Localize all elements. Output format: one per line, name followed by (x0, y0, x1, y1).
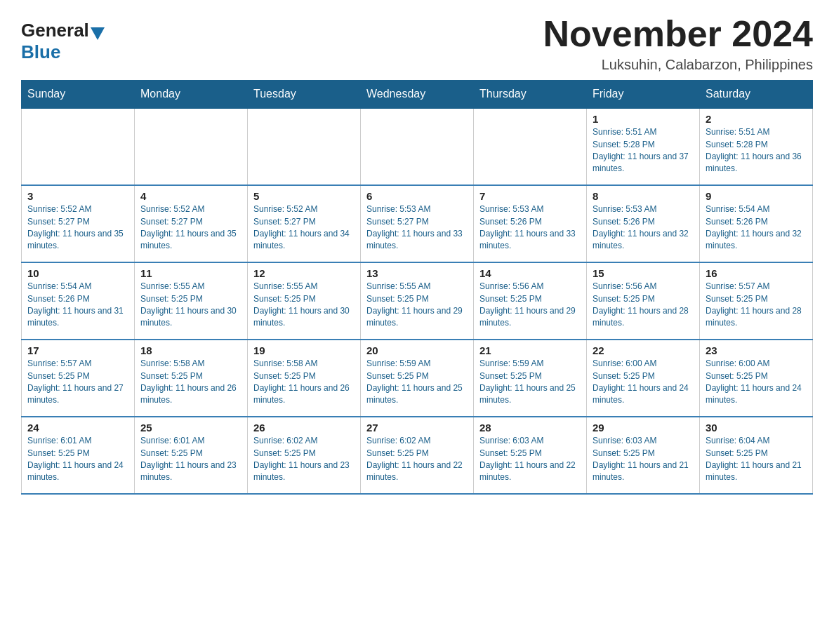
day-number: 18 (140, 344, 241, 356)
calendar-cell: 19Sunrise: 5:58 AMSunset: 5:25 PMDayligh… (248, 340, 361, 417)
day-number: 27 (366, 422, 468, 434)
sun-info: Sunrise: 5:54 AMSunset: 5:26 PMDaylight:… (27, 281, 128, 330)
day-number: 3 (27, 190, 128, 202)
calendar-cell: 14Sunrise: 5:56 AMSunset: 5:25 PMDayligh… (474, 262, 587, 340)
calendar-cell: 9Sunrise: 5:54 AMSunset: 5:26 PMDaylight… (700, 185, 813, 262)
sun-info: Sunrise: 5:57 AMSunset: 5:25 PMDaylight:… (27, 358, 128, 407)
calendar-weekday-tuesday: Tuesday (248, 81, 361, 109)
calendar-cell (361, 108, 474, 185)
day-number: 30 (706, 422, 807, 434)
calendar-cell (248, 108, 361, 185)
day-number: 5 (253, 190, 355, 202)
location-subtitle: Luksuhin, Calabarzon, Philippines (543, 57, 813, 73)
calendar-cell: 6Sunrise: 5:53 AMSunset: 5:27 PMDaylight… (361, 185, 474, 262)
logo-general-text: General (21, 20, 89, 41)
page-header: General Blue November 2024 Luksuhin, Cal… (21, 14, 813, 73)
calendar-cell: 27Sunrise: 6:02 AMSunset: 5:25 PMDayligh… (361, 417, 474, 494)
day-number: 7 (479, 190, 581, 202)
day-number: 22 (593, 344, 694, 356)
calendar-cell: 25Sunrise: 6:01 AMSunset: 5:25 PMDayligh… (135, 417, 248, 494)
calendar-weekday-sunday: Sunday (22, 81, 135, 109)
day-number: 6 (366, 190, 468, 202)
day-number: 9 (706, 190, 807, 202)
sun-info: Sunrise: 5:51 AMSunset: 5:28 PMDaylight:… (593, 126, 694, 175)
sun-info: Sunrise: 5:53 AMSunset: 5:26 PMDaylight:… (479, 203, 581, 253)
day-number: 21 (479, 344, 581, 356)
sun-info: Sunrise: 5:52 AMSunset: 5:27 PMDaylight:… (253, 203, 355, 253)
day-number: 23 (706, 344, 807, 356)
calendar-cell: 2Sunrise: 5:51 AMSunset: 5:28 PMDaylight… (700, 108, 813, 185)
logo-triangle-icon (91, 27, 105, 40)
calendar-cell: 16Sunrise: 5:57 AMSunset: 5:25 PMDayligh… (700, 262, 813, 340)
calendar-cell: 29Sunrise: 6:03 AMSunset: 5:25 PMDayligh… (587, 417, 700, 494)
calendar-week-2: 3Sunrise: 5:52 AMSunset: 5:27 PMDaylight… (22, 185, 813, 262)
calendar-weekday-thursday: Thursday (474, 81, 587, 109)
calendar-cell: 20Sunrise: 5:59 AMSunset: 5:25 PMDayligh… (361, 340, 474, 417)
calendar-cell: 7Sunrise: 5:53 AMSunset: 5:26 PMDaylight… (474, 185, 587, 262)
day-number: 13 (366, 267, 468, 279)
sun-info: Sunrise: 6:00 AMSunset: 5:25 PMDaylight:… (593, 358, 694, 407)
day-number: 2 (706, 113, 807, 125)
sun-info: Sunrise: 6:03 AMSunset: 5:25 PMDaylight:… (479, 435, 581, 484)
calendar-week-1: 1Sunrise: 5:51 AMSunset: 5:28 PMDaylight… (22, 108, 813, 185)
calendar-cell: 3Sunrise: 5:52 AMSunset: 5:27 PMDaylight… (22, 185, 135, 262)
day-number: 20 (366, 344, 468, 356)
calendar-cell: 28Sunrise: 6:03 AMSunset: 5:25 PMDayligh… (474, 417, 587, 494)
sun-info: Sunrise: 6:04 AMSunset: 5:25 PMDaylight:… (706, 435, 807, 484)
calendar-header-row: SundayMondayTuesdayWednesdayThursdayFrid… (22, 81, 813, 109)
calendar-cell: 17Sunrise: 5:57 AMSunset: 5:25 PMDayligh… (22, 340, 135, 417)
sun-info: Sunrise: 6:02 AMSunset: 5:25 PMDaylight:… (253, 435, 355, 484)
calendar-cell: 13Sunrise: 5:55 AMSunset: 5:25 PMDayligh… (361, 262, 474, 340)
sun-info: Sunrise: 5:59 AMSunset: 5:25 PMDaylight:… (366, 358, 468, 407)
calendar-cell: 18Sunrise: 5:58 AMSunset: 5:25 PMDayligh… (135, 340, 248, 417)
month-year-title: November 2024 (543, 14, 813, 54)
day-number: 12 (253, 267, 355, 279)
sun-info: Sunrise: 6:03 AMSunset: 5:25 PMDaylight:… (593, 435, 694, 484)
calendar-cell: 4Sunrise: 5:52 AMSunset: 5:27 PMDaylight… (135, 185, 248, 262)
sun-info: Sunrise: 5:56 AMSunset: 5:25 PMDaylight:… (479, 281, 581, 330)
sun-info: Sunrise: 5:53 AMSunset: 5:26 PMDaylight:… (593, 203, 694, 253)
day-number: 29 (593, 422, 694, 434)
sun-info: Sunrise: 5:52 AMSunset: 5:27 PMDaylight:… (140, 203, 241, 253)
calendar-cell: 30Sunrise: 6:04 AMSunset: 5:25 PMDayligh… (700, 417, 813, 494)
calendar-week-3: 10Sunrise: 5:54 AMSunset: 5:26 PMDayligh… (22, 262, 813, 340)
calendar-cell: 8Sunrise: 5:53 AMSunset: 5:26 PMDaylight… (587, 185, 700, 262)
day-number: 26 (253, 422, 355, 434)
calendar-cell: 21Sunrise: 5:59 AMSunset: 5:25 PMDayligh… (474, 340, 587, 417)
calendar-cell: 10Sunrise: 5:54 AMSunset: 5:26 PMDayligh… (22, 262, 135, 340)
sun-info: Sunrise: 5:54 AMSunset: 5:26 PMDaylight:… (706, 203, 807, 253)
day-number: 24 (27, 422, 128, 434)
calendar-weekday-monday: Monday (135, 81, 248, 109)
sun-info: Sunrise: 6:00 AMSunset: 5:25 PMDaylight:… (706, 358, 807, 407)
calendar-cell: 24Sunrise: 6:01 AMSunset: 5:25 PMDayligh… (22, 417, 135, 494)
day-number: 10 (27, 267, 128, 279)
day-number: 19 (253, 344, 355, 356)
calendar-cell: 11Sunrise: 5:55 AMSunset: 5:25 PMDayligh… (135, 262, 248, 340)
calendar-cell (22, 108, 135, 185)
calendar-cell: 12Sunrise: 5:55 AMSunset: 5:25 PMDayligh… (248, 262, 361, 340)
calendar-cell (135, 108, 248, 185)
calendar-cell: 26Sunrise: 6:02 AMSunset: 5:25 PMDayligh… (248, 417, 361, 494)
title-section: November 2024 Luksuhin, Calabarzon, Phil… (543, 14, 813, 73)
sun-info: Sunrise: 5:55 AMSunset: 5:25 PMDaylight:… (253, 281, 355, 330)
sun-info: Sunrise: 5:58 AMSunset: 5:25 PMDaylight:… (140, 358, 241, 407)
calendar-table: SundayMondayTuesdayWednesdayThursdayFrid… (21, 80, 813, 495)
calendar-cell: 15Sunrise: 5:56 AMSunset: 5:25 PMDayligh… (587, 262, 700, 340)
sun-info: Sunrise: 5:55 AMSunset: 5:25 PMDaylight:… (366, 281, 468, 330)
calendar-weekday-saturday: Saturday (700, 81, 813, 109)
sun-info: Sunrise: 5:56 AMSunset: 5:25 PMDaylight:… (593, 281, 694, 330)
logo-blue-text: Blue (21, 41, 60, 63)
sun-info: Sunrise: 5:52 AMSunset: 5:27 PMDaylight:… (27, 203, 128, 253)
day-number: 16 (706, 267, 807, 279)
day-number: 28 (479, 422, 581, 434)
calendar-cell: 5Sunrise: 5:52 AMSunset: 5:27 PMDaylight… (248, 185, 361, 262)
sun-info: Sunrise: 5:53 AMSunset: 5:27 PMDaylight:… (366, 203, 468, 253)
day-number: 11 (140, 267, 241, 279)
day-number: 14 (479, 267, 581, 279)
sun-info: Sunrise: 5:59 AMSunset: 5:25 PMDaylight:… (479, 358, 581, 407)
day-number: 4 (140, 190, 241, 202)
calendar-weekday-friday: Friday (587, 81, 700, 109)
day-number: 17 (27, 344, 128, 356)
calendar-cell: 1Sunrise: 5:51 AMSunset: 5:28 PMDaylight… (587, 108, 700, 185)
day-number: 8 (593, 190, 694, 202)
